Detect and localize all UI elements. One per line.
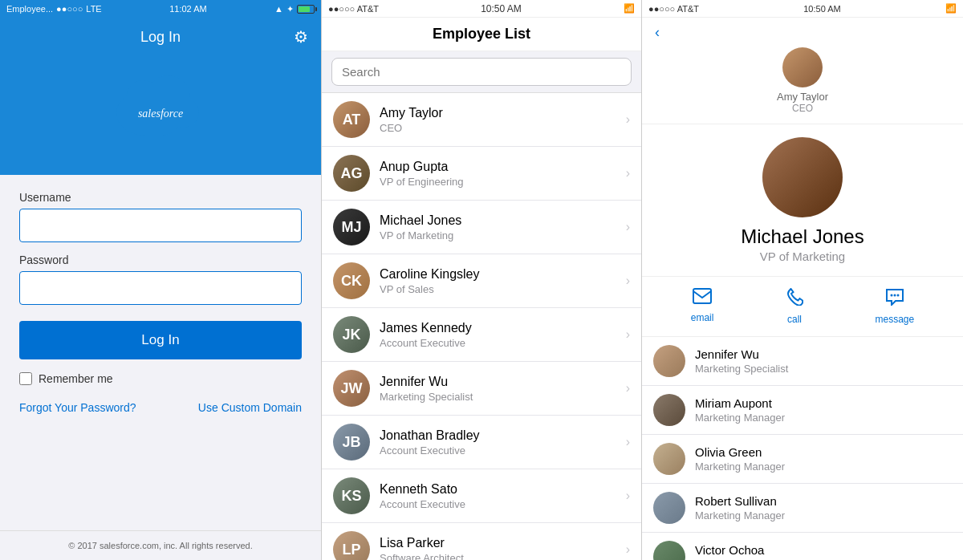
main-avatar <box>762 137 843 217</box>
bluetooth-icon: ✦ <box>286 4 294 14</box>
team-list-item[interactable]: Miriam Aupont Marketing Manager <box>642 386 963 435</box>
employee-avatar: AG <box>333 155 370 192</box>
gear-icon[interactable]: ⚙ <box>294 27 308 47</box>
search-input[interactable] <box>342 65 621 79</box>
employee-name: James Kennedy <box>380 321 616 335</box>
employee-name: Lisa Parker <box>380 536 616 550</box>
team-list-item[interactable]: Robert Sullivan Marketing Manager <box>642 484 963 533</box>
message-action-button[interactable]: message <box>876 288 915 325</box>
employee-avatar: AT <box>333 101 370 138</box>
password-input[interactable] <box>19 271 302 305</box>
login-title: Log In <box>140 29 181 46</box>
employee-list-item[interactable]: JK James Kennedy Account Executive › <box>322 308 641 362</box>
employee-info: Jennifer Wu Marketing Specialist <box>380 375 616 403</box>
team-member-role: Marketing Specialist <box>695 363 788 375</box>
employee-list-item[interactable]: JW Jennifer Wu Marketing Specialist › <box>322 362 641 416</box>
employee-info: Kenneth Sato Account Executive <box>380 482 616 510</box>
employee-list-item[interactable]: MJ Michael Jones VP of Marketing › <box>322 201 641 254</box>
chevron-right-icon: › <box>626 112 630 127</box>
password-label: Password <box>19 254 302 266</box>
chevron-right-icon: › <box>626 435 630 449</box>
carrier-text: Employee... <box>6 4 53 14</box>
detail-wifi-icon: 📶 <box>945 3 957 13</box>
team-member-role: Marketing Manager <box>695 461 785 473</box>
employee-list-item[interactable]: KS Kenneth Sato Account Executive › <box>322 469 641 523</box>
employee-info: Amy Taylor CEO <box>380 106 616 134</box>
employee-name: Jennifer Wu <box>380 375 616 389</box>
employee-job-title: CEO <box>380 122 616 134</box>
remember-label: Remember me <box>39 372 113 385</box>
list-status-bar: ●●○○○ AT&T 10:50 AM 📶 <box>322 0 641 18</box>
team-member-role: Marketing Manager <box>695 509 785 521</box>
contact-name: Michael Jones <box>741 225 863 248</box>
back-button[interactable]: ‹ <box>655 24 660 41</box>
username-input[interactable] <box>19 209 302 242</box>
employee-list-item[interactable]: AT Amy Taylor CEO › <box>322 93 641 147</box>
svg-point-3 <box>893 294 896 297</box>
employee-name: Amy Taylor <box>380 106 616 120</box>
salesforce-logo: salesforce <box>96 75 225 156</box>
forgot-password-link[interactable]: Forgot Your Password? <box>19 401 136 414</box>
employee-list-item[interactable]: JB Jonathan Bradley Account Executive › <box>322 416 641 469</box>
employee-info: Caroline Kingsley VP of Sales <box>380 267 616 295</box>
team-member-info: Miriam Aupont Marketing Manager <box>695 396 785 424</box>
location-icon: ▲ <box>274 4 283 14</box>
chevron-right-icon: › <box>626 381 630 396</box>
employee-info: Lisa Parker Software Architect <box>380 536 616 561</box>
employee-job-title: VP of Sales <box>380 283 616 295</box>
chevron-right-icon: › <box>626 274 630 288</box>
message-label: message <box>876 314 915 325</box>
list-status-right: 📶 <box>624 3 635 14</box>
team-member-info: Robert Sullivan Marketing Manager <box>695 494 785 521</box>
team-avatar <box>653 394 685 426</box>
employee-list-item[interactable]: AG Anup Gupta VP of Engineering › <box>322 147 641 201</box>
team-list: Jennifer Wu Marketing Specialist Miriam … <box>642 337 963 560</box>
team-list-item[interactable]: Jennifer Wu Marketing Specialist <box>642 337 963 386</box>
selected-person-mini: Amy Taylor CEO <box>642 41 963 124</box>
call-label: call <box>787 314 802 325</box>
action-row: email call message <box>642 277 963 337</box>
detail-panel: ●●○○○ AT&T 10:50 AM 📶 ‹ Amy Taylor CEO M… <box>642 0 963 560</box>
employee-name: Anup Gupta <box>380 160 616 174</box>
detail-time: 10:50 AM <box>803 4 840 14</box>
employee-list: AT Amy Taylor CEO › AG Anup Gupta VP of … <box>322 93 641 560</box>
svg-point-4 <box>896 294 899 297</box>
employee-name: Kenneth Sato <box>380 482 616 497</box>
main-contact: Michael Jones VP of Marketing <box>642 124 963 277</box>
team-member-info: Jennifer Wu Marketing Specialist <box>695 347 788 375</box>
employee-list-item[interactable]: LP Lisa Parker Software Architect › <box>322 523 641 560</box>
employee-job-title: Account Executive <box>380 337 616 349</box>
team-avatar <box>653 541 685 560</box>
team-member-name: Olivia Green <box>695 445 785 459</box>
signal-icon: ●●○○○ <box>56 4 83 14</box>
detail-header: ‹ <box>642 18 963 41</box>
login-footer: © 2017 salesforce.com, inc. All rights r… <box>0 530 321 560</box>
chevron-right-icon: › <box>626 542 630 557</box>
email-label: email <box>691 312 714 323</box>
svg-rect-1 <box>693 289 711 303</box>
team-member-info: Olivia Green Marketing Manager <box>695 445 785 473</box>
employee-list-header: Employee List <box>322 18 641 51</box>
call-action-button[interactable]: call <box>786 288 803 325</box>
employee-job-title: Marketing Specialist <box>380 391 616 403</box>
employee-list-item[interactable]: CK Caroline Kingsley VP of Sales › <box>322 254 641 308</box>
employee-avatar: JK <box>333 316 370 353</box>
employee-avatar: KS <box>333 477 370 514</box>
battery-fill <box>299 6 310 12</box>
detail-status-bar: ●●○○○ AT&T 10:50 AM 📶 <box>642 0 963 18</box>
remember-checkbox[interactable] <box>19 372 32 385</box>
call-icon <box>786 288 803 310</box>
contact-title: VP of Marketing <box>760 250 845 263</box>
employee-name: Michael Jones <box>380 213 616 228</box>
team-list-item[interactable]: Olivia Green Marketing Manager <box>642 435 963 484</box>
status-left: Employee... ●●○○○ LTE <box>6 4 102 14</box>
search-container <box>322 51 641 93</box>
employee-job-title: Account Executive <box>380 444 616 457</box>
email-action-button[interactable]: email <box>691 288 714 325</box>
team-list-item[interactable]: Victor Ochoa Marketing Specialist <box>642 533 963 560</box>
wifi-icon: 📶 <box>624 3 635 13</box>
custom-domain-link[interactable]: Use Custom Domain <box>198 401 302 414</box>
login-button[interactable]: Log In <box>19 321 302 359</box>
status-right: ▲ ✦ <box>274 4 315 14</box>
svg-point-2 <box>890 294 892 297</box>
